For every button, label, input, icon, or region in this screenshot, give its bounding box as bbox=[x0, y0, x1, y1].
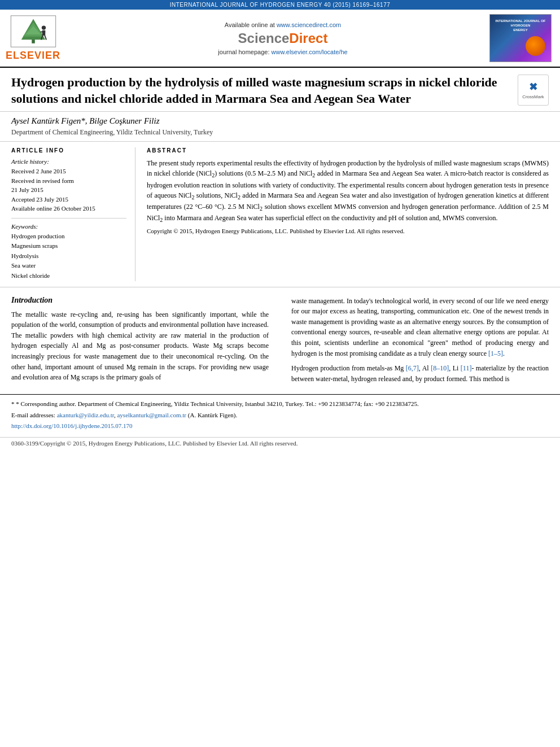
revised-date: 21 July 2015 bbox=[11, 185, 126, 195]
intro-right-text-1: waste management. In today's technologic… bbox=[291, 296, 549, 359]
abstract-label: ABSTRACT bbox=[147, 147, 549, 154]
svg-point-5 bbox=[41, 25, 45, 29]
info-divider bbox=[11, 218, 126, 219]
intro-left-text: The metallic waste re-cycling and, re-us… bbox=[11, 309, 269, 383]
journal-homepage-text: journal homepage: www.elsevier.com/locat… bbox=[218, 49, 347, 55]
abstract-text: The present study reports experimental r… bbox=[147, 158, 549, 225]
footer-issn-text: 0360-3199/Copyright © 2015, Hydrogen Ene… bbox=[11, 440, 298, 447]
footnote-corresponding-text: * Corresponding author. Department of Ch… bbox=[16, 400, 418, 407]
abstract-column: ABSTRACT The present study reports exper… bbox=[147, 147, 549, 281]
ref-link-8-10[interactable]: [8–10] bbox=[431, 364, 449, 372]
main-body-section: Introduction The metallic waste re-cycli… bbox=[0, 287, 560, 395]
journal-homepage-link[interactable]: www.elsevier.com/locate/he bbox=[272, 49, 348, 55]
elsevier-brand-name: ELSEVIER bbox=[6, 50, 60, 62]
keyword-5: Nickel chloride bbox=[11, 271, 126, 281]
received-date: Received 2 June 2015 bbox=[11, 167, 126, 176]
direct-text: Direct bbox=[289, 30, 327, 46]
crossmark-label: CrossMark bbox=[522, 94, 544, 99]
article-history: Article history: Received 2 June 2015 Re… bbox=[11, 158, 126, 213]
doi-link[interactable]: http://dx.doi.org/10.1016/j.ijhydene.201… bbox=[11, 422, 133, 429]
keywords-section: Keywords: Hydrogen production Magnesium … bbox=[11, 223, 126, 281]
available-online-text: Available online at www.sciencedirect.co… bbox=[225, 21, 341, 28]
footnote-corresponding: * * Corresponding author. Department of … bbox=[11, 399, 549, 409]
received-revised-label: Received in revised form bbox=[11, 176, 126, 186]
abstract-copyright: Copyright © 2015, Hydrogen Energy Public… bbox=[147, 228, 549, 234]
doi-link-line: http://dx.doi.org/10.1016/j.ijhydene.201… bbox=[11, 421, 549, 431]
authors-section: Aysel Kantürk Figen*, Bilge Coşkuner Fil… bbox=[0, 112, 560, 142]
keyword-4: Sea water bbox=[11, 261, 126, 271]
svg-line-9 bbox=[45, 36, 46, 40]
ref-link-11[interactable]: [11] bbox=[461, 364, 472, 372]
crossmark-badge[interactable]: ✖ CrossMark bbox=[518, 75, 549, 106]
journal-cover-title: International Journal ofHYDROGENENERGY bbox=[493, 18, 547, 34]
available-online-date: Available online 26 October 2015 bbox=[11, 204, 126, 213]
keyword-1: Hydrogen production bbox=[11, 231, 126, 242]
introduction-title: Introduction bbox=[11, 296, 269, 305]
journal-header-bar: INTERNATIONAL JOURNAL OF HYDROGEN ENERGY… bbox=[0, 0, 560, 10]
info-abstract-section: ARTICLE INFO Article history: Received 2… bbox=[0, 142, 560, 287]
journal-cover-area: International Journal ofHYDROGENENERGY bbox=[487, 14, 554, 62]
sciencedirect-url[interactable]: www.sciencedirect.com bbox=[277, 21, 341, 28]
elsevier-logo: ELSEVIER bbox=[6, 15, 60, 62]
authors-names: Aysel Kantürk Figen*, Bilge Coşkuner Fil… bbox=[11, 116, 549, 126]
body-right-column: waste management. In today's technologic… bbox=[286, 296, 549, 389]
email-link-1[interactable]: akanturk@yildiz.edu.tr bbox=[57, 412, 114, 418]
journal-header-text: INTERNATIONAL JOURNAL OF HYDROGEN ENERGY… bbox=[170, 2, 391, 8]
elsevier-logo-area: ELSEVIER bbox=[6, 14, 79, 62]
science-text: Science bbox=[238, 30, 290, 46]
keywords-label: Keywords: bbox=[11, 223, 126, 230]
page-header: ELSEVIER Available online at www.science… bbox=[0, 10, 560, 68]
footnote-star: * bbox=[11, 400, 16, 407]
journal-cover-decoration bbox=[526, 36, 545, 56]
crossmark-symbol: ✖ bbox=[529, 81, 537, 93]
history-title: Article history: bbox=[11, 158, 126, 165]
svg-rect-6 bbox=[42, 30, 45, 36]
footnote-section: * * Corresponding author. Department of … bbox=[0, 394, 560, 437]
article-info-column: ARTICLE INFO Article history: Received 2… bbox=[11, 147, 135, 281]
journal-cover-image: International Journal ofHYDROGENENERGY bbox=[489, 14, 552, 62]
article-title-section: Hydrogen production by the hydrolysis of… bbox=[0, 68, 560, 112]
accepted-date: Accepted 23 July 2015 bbox=[11, 195, 126, 204]
article-info-label: ARTICLE INFO bbox=[11, 147, 126, 154]
ref-link-6-7[interactable]: [6,7] bbox=[406, 364, 419, 372]
email-link-2[interactable]: ayselkanturk@gmail.com.tr bbox=[117, 412, 186, 418]
header-center-area: Available online at www.sciencedirect.co… bbox=[85, 14, 481, 62]
keyword-2: Magnesium scraps bbox=[11, 241, 126, 251]
elsevier-tree-icon bbox=[8, 15, 59, 49]
keyword-3: Hydrolysis bbox=[11, 251, 126, 261]
article-title: Hydrogen production by the hydrolysis of… bbox=[11, 75, 512, 107]
ref-link-1-5[interactable]: [1–5] bbox=[488, 350, 503, 357]
body-left-column: Introduction The metallic waste re-cycli… bbox=[11, 296, 274, 389]
footnote-email: E-mail addresses: akanturk@yildiz.edu.tr… bbox=[11, 410, 549, 420]
sciencedirect-logo: ScienceDirect bbox=[238, 30, 328, 46]
footer-bar: 0360-3199/Copyright © 2015, Hydrogen Ene… bbox=[0, 437, 560, 449]
authors-affiliation: Department of Chemical Engineering, Yild… bbox=[11, 128, 549, 137]
intro-right-text-2: Hydrogen production from metals-as Mg [6… bbox=[291, 363, 549, 384]
